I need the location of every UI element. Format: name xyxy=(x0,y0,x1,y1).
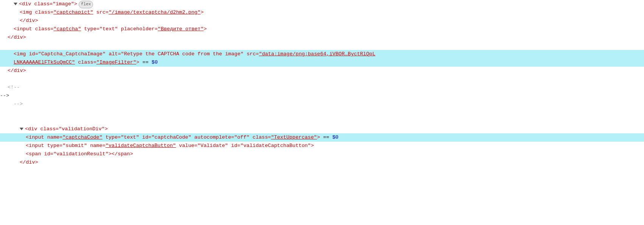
code-line: </div> xyxy=(0,158,644,167)
code-line: <!-- xyxy=(0,83,644,92)
attr-value: "validationDiv" xyxy=(59,125,105,133)
equals: == xyxy=(139,58,151,67)
code-line: <img class="captchapict" src="/image/tex… xyxy=(0,8,644,17)
tag-close: > xyxy=(317,133,320,142)
code-line-highlighted: <img id="Captcha_CaptchaImage" alt="Rety… xyxy=(0,50,644,58)
code-line: </div> xyxy=(0,33,644,42)
code-viewer: <div class="image">flex <img class="capt… xyxy=(0,0,644,225)
dollar-var: $0 xyxy=(152,58,158,67)
attr-name: id= xyxy=(41,150,53,158)
attr-value: "Validate" xyxy=(198,142,228,150)
attr-value: LNKAAAAAElFTkSuQmCC" xyxy=(14,58,75,67)
tag-close: > xyxy=(201,8,204,17)
tag-close: > xyxy=(136,58,139,67)
attr-name: type= xyxy=(81,25,100,33)
empty-line xyxy=(0,75,644,83)
attr-value: "image" xyxy=(53,0,74,8)
comment: <!-- xyxy=(8,83,20,92)
tag-open: <input xyxy=(14,25,32,33)
tag-open: <img xyxy=(20,8,32,17)
tag-open: <input xyxy=(26,133,44,142)
attr-value: "validateCaptchaButton" xyxy=(106,142,176,150)
attr-name: autocomplete= xyxy=(191,133,234,142)
code-line: <input class="captcha" type="text" place… xyxy=(0,25,644,33)
attr-name: class= xyxy=(249,133,271,142)
equals: == xyxy=(320,133,332,142)
code-line: <span id="validationResult"></span> xyxy=(0,150,644,158)
tag-close: > xyxy=(74,0,77,8)
tag: </div> xyxy=(8,33,26,42)
tag-open: <span xyxy=(26,150,41,158)
code-line: </div> xyxy=(0,67,644,75)
attr-name: class= xyxy=(32,8,53,17)
attr-name: class= xyxy=(32,25,54,33)
attr-name: type= xyxy=(44,142,63,150)
attr-name: class= xyxy=(75,58,96,67)
attr-value: "captchaCode" xyxy=(62,133,102,142)
dollar-var: $0 xyxy=(332,133,338,142)
code-line: --> xyxy=(0,100,644,108)
attr-name: placeholder= xyxy=(118,25,157,33)
attr-name: id= xyxy=(228,142,240,150)
tag: </div> xyxy=(20,17,38,25)
attr-value: "text" xyxy=(121,133,139,142)
tag: </div> xyxy=(8,67,26,75)
tag-close: > xyxy=(311,142,314,150)
code-line: <div class="validationDiv"> xyxy=(0,125,644,133)
triangle-icon xyxy=(20,128,23,130)
tag-open: <input xyxy=(26,142,44,150)
attr-name: name= xyxy=(44,133,63,142)
attr-value: "/image/textcaptcha/d2hm2.png" xyxy=(109,8,201,17)
attr-name: src= xyxy=(93,8,109,17)
tag-open: <div xyxy=(19,0,31,8)
code-line-highlighted: <input name="captchaCode" type="text" id… xyxy=(0,133,644,142)
code-line: <input type="submit" name="validateCaptc… xyxy=(0,142,644,150)
code-line: </div> xyxy=(0,17,644,25)
attr-name: id= xyxy=(139,133,151,142)
attr-name: type= xyxy=(103,133,121,142)
attr-value: "text" xyxy=(100,25,118,33)
attr-value: "ImageFilter" xyxy=(96,58,136,67)
triangle-icon xyxy=(14,3,17,5)
attr-name: id= xyxy=(26,50,38,58)
attr-value: "captchaCode" xyxy=(151,133,191,142)
code-line: <div class="image">flex xyxy=(0,0,644,8)
flex-badge: flex xyxy=(79,1,93,8)
attr-value: "Captcha_CaptchaImage" xyxy=(38,50,106,58)
attr-value: "validateCaptchaButton" xyxy=(240,142,311,150)
attr-value: "TextUppercase" xyxy=(271,133,317,142)
empty-line xyxy=(0,108,644,117)
code-line-highlighted: LNKAAAAAElFTkSuQmCC" class="ImageFilter"… xyxy=(0,58,644,67)
tag-close: > xyxy=(105,125,108,133)
tag-open: <img xyxy=(14,50,26,58)
comment: --> xyxy=(14,100,23,108)
tag: </div> xyxy=(20,158,38,167)
attr-value: "submit" xyxy=(62,142,87,150)
attr-value: "off" xyxy=(234,133,250,142)
attr-name: src= xyxy=(244,50,259,58)
attr-name: class= xyxy=(31,0,53,8)
tag-open: <div xyxy=(25,125,37,133)
attr-name: class= xyxy=(37,125,59,133)
attr-name: value= xyxy=(176,142,198,150)
tag-close: > xyxy=(204,25,207,33)
attr-value: "data:image/png;base64,iVBOR…ByctRlQpL xyxy=(259,50,375,58)
attr-value: "captchapict" xyxy=(53,8,93,17)
attr-name: name= xyxy=(87,142,106,150)
attr-value: "Retype the CAPTCHA code from the image" xyxy=(121,50,244,58)
empty-line xyxy=(0,117,644,125)
tag-close: ></span> xyxy=(109,150,133,158)
attr-value: "captcha" xyxy=(53,25,81,33)
empty-line xyxy=(0,42,644,50)
attr-value: "Введите ответ" xyxy=(158,25,204,33)
attr-name: alt= xyxy=(106,50,121,58)
attr-value: "validationResult" xyxy=(53,150,109,158)
